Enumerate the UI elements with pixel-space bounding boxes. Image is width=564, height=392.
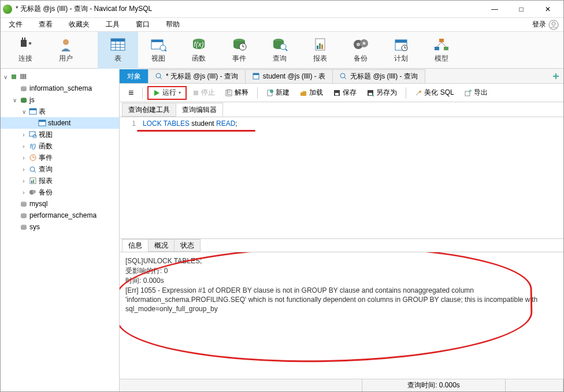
ribbon-view[interactable]: 视图 — [138, 32, 179, 69]
output-line: 时间: 0.000s — [125, 276, 558, 285]
ribbon-function[interactable]: f(x) 函数 — [179, 32, 219, 69]
export-button[interactable]: 导出 — [461, 86, 492, 100]
tab-query-untitled[interactable]: * 无标题 @js (llll) - 查询 — [148, 69, 246, 83]
svg-point-5 — [63, 39, 69, 45]
svg-line-70 — [344, 77, 346, 79]
menubar: 文件 查看 收藏夹 工具 窗口 帮助 登录 — [1, 18, 563, 32]
output-error: [Err] 1055 - Expression #1 of ORDER BY c… — [125, 286, 558, 313]
new-tab-button[interactable] — [548, 69, 563, 83]
svg-rect-40 — [444, 47, 448, 50]
svg-rect-58 — [31, 181, 32, 183]
report-icon — [312, 38, 328, 51]
saveas-button[interactable]: 另存为 — [363, 86, 401, 100]
document-tabs: 对象 * 无标题 @js (llll) - 查询 student @js (ll… — [120, 69, 563, 84]
sidebar[interactable]: ∨llll information_schema ∨js ∨表 student … — [1, 69, 120, 391]
svg-line-66 — [160, 77, 162, 79]
svg-rect-38 — [439, 39, 444, 42]
svg-rect-79 — [335, 93, 339, 95]
ribbon-backup[interactable]: 备份 — [340, 32, 381, 69]
svg-rect-50 — [29, 132, 35, 136]
app-icon — [3, 5, 12, 14]
stop-button[interactable]: 停止 — [189, 86, 219, 100]
tree-db-mysql[interactable]: mysql — [1, 198, 119, 210]
tree-db-perfschema[interactable]: performance_schema — [1, 210, 119, 221]
svg-text:f(x): f(x) — [194, 40, 203, 48]
subtab-builder[interactable]: 查询创建工具 — [122, 103, 176, 117]
tab-table-student[interactable]: student @js (llll) - 表 — [245, 69, 333, 83]
svg-rect-34 — [395, 40, 407, 43]
tree-db-js[interactable]: ∨js — [1, 94, 119, 106]
svg-rect-28 — [321, 44, 323, 49]
tree-db-infoschema[interactable]: information_schema — [1, 83, 119, 94]
login-button[interactable]: 登录 — [532, 20, 559, 30]
tab-objects[interactable]: 对象 — [120, 69, 149, 83]
load-button[interactable]: 加载 — [296, 86, 327, 100]
new-icon — [266, 89, 273, 96]
ribbon-user[interactable]: 用户 — [46, 32, 86, 69]
window-title: * 无标题 @js (llll) - 查询 - Navicat for MySQ… — [16, 4, 152, 14]
tree-tables[interactable]: ∨表 — [1, 106, 119, 117]
ribbon-event[interactable]: 事件 — [219, 32, 259, 69]
tree-queries[interactable]: ›查询 — [1, 163, 119, 175]
menu-view[interactable]: 查看 — [35, 18, 56, 31]
svg-rect-4 — [24, 38, 25, 40]
save-icon — [333, 89, 340, 96]
svg-line-24 — [285, 49, 287, 51]
menu-favorites[interactable]: 收藏夹 — [65, 18, 93, 31]
svg-text:E: E — [227, 89, 231, 96]
status-query-time: 查询时间: 0.000s — [362, 379, 506, 391]
tree-reports[interactable]: ›报表 — [1, 175, 119, 186]
subtab-editor[interactable]: 查询编辑器 — [176, 103, 223, 117]
run-button[interactable]: 运行▾ — [147, 86, 187, 100]
sql-editor[interactable]: 1 LOCK TABLES student READ; — [120, 117, 563, 238]
load-icon — [300, 89, 307, 96]
svg-rect-7 — [111, 39, 125, 42]
svg-line-15 — [165, 50, 166, 51]
new-button[interactable]: 新建 — [262, 86, 294, 100]
menu-file[interactable]: 文件 — [5, 18, 26, 31]
svg-rect-72 — [553, 76, 559, 77]
minimize-button[interactable]: — — [481, 1, 508, 18]
tree-connection[interactable]: ∨llll — [1, 71, 119, 83]
close-button[interactable]: ✕ — [535, 1, 561, 18]
tree-functions[interactable]: ›f()函数 — [1, 140, 119, 152]
ribbon-table[interactable]: 表 — [98, 32, 138, 69]
user-circle-icon — [548, 20, 559, 30]
tab-query-untitled-2[interactable]: 无标题 @js (llll) - 查询 — [332, 69, 425, 83]
menu-window[interactable]: 窗口 — [132, 18, 153, 31]
svg-rect-49 — [39, 120, 46, 122]
backup-icon — [352, 38, 369, 51]
ribbon: 连接 用户 表 视图 f(x) 函数 事件 查询 报表 备份 计划 模型 — [1, 32, 563, 69]
save-button[interactable]: 保存 — [329, 86, 361, 100]
svg-point-61 — [32, 190, 36, 193]
saveas-icon — [367, 89, 374, 96]
annotation-underline — [137, 130, 255, 132]
ribbon-connection[interactable]: 连接 — [5, 32, 46, 69]
toolbar-menu-button[interactable]: ≡ — [124, 86, 138, 100]
tree-db-sys[interactable]: sys — [1, 221, 119, 233]
tree-events[interactable]: ›事件 — [1, 152, 119, 163]
tree-table-student[interactable]: student — [1, 117, 119, 129]
svg-line-42 — [441, 42, 446, 47]
tree-backups[interactable]: ›备份 — [1, 186, 119, 198]
maximize-button[interactable]: □ — [508, 1, 535, 18]
outtab-status[interactable]: 状态 — [174, 239, 201, 252]
ribbon-report[interactable]: 报表 — [300, 32, 340, 69]
output-panel[interactable]: [SQL]UNLOCK TABLES; 受影响的行: 0 时间: 0.000s … — [120, 252, 563, 379]
menu-help[interactable]: 帮助 — [162, 18, 183, 31]
wand-icon — [415, 89, 422, 96]
svg-rect-39 — [435, 47, 439, 50]
query-toolbar: ≡ 运行▾ 停止 E解释 新建 加载 保存 另存为 美化 SQL 导出 — [120, 84, 563, 102]
menu-tools[interactable]: 工具 — [102, 18, 123, 31]
ribbon-query[interactable]: 查询 — [259, 32, 300, 69]
tree-views[interactable]: ›视图 — [1, 129, 119, 140]
svg-point-69 — [340, 73, 345, 78]
ribbon-schedule[interactable]: 计划 — [381, 32, 421, 69]
outtab-info[interactable]: 信息 — [122, 239, 149, 252]
beautify-button[interactable]: 美化 SQL — [411, 86, 458, 100]
svg-point-23 — [280, 44, 286, 50]
ribbon-model[interactable]: 模型 — [421, 32, 462, 69]
explain-button[interactable]: E解释 — [221, 86, 253, 100]
svg-point-55 — [30, 167, 35, 171]
outtab-profile[interactable]: 概况 — [148, 239, 175, 252]
